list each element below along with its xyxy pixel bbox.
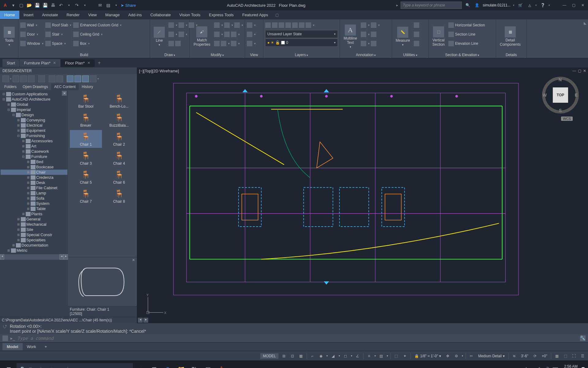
tree-node-table[interactable]: ⊞Table: [1, 206, 67, 211]
modify-row2[interactable]: ▾▾: [214, 30, 243, 39]
layer-icon-4[interactable]: [285, 22, 291, 28]
play-icon[interactable]: ▸: [396, 3, 398, 7]
close-icon[interactable]: ✕: [579, 2, 586, 9]
sb-elev[interactable]: 3'-6": [520, 354, 530, 358]
layer-icon-5[interactable]: [292, 22, 298, 28]
content-item-chair-5[interactable]: 🪑Chair 5: [70, 168, 102, 186]
pt-home[interactable]: [56, 75, 63, 82]
tree-node-desk[interactable]: ⊞Desk: [1, 180, 67, 185]
hscroll-left[interactable]: ◂: [138, 318, 143, 323]
tree-node-custom-applications[interactable]: ⊟Custom Applications: [1, 91, 67, 97]
ribbon-tab-express-tools[interactable]: Express Tools: [205, 11, 238, 19]
tree-node-general[interactable]: ⊞General: [1, 217, 67, 222]
content-item-bar-stool[interactable]: 🪑Bar Stool: [70, 92, 102, 110]
section-panel-title[interactable]: Section & Elevation: [431, 52, 494, 58]
tree-node-imperial[interactable]: ⊟Imperial: [1, 107, 67, 112]
tree-node-global[interactable]: ⊞Global: [1, 102, 67, 107]
content-item-chair-1[interactable]: 🪑Chair 1: [70, 130, 102, 148]
sb-full-icon[interactable]: ⛶: [571, 353, 577, 359]
canvas-max-icon[interactable]: ▢: [578, 69, 581, 73]
ribbon-tab-vision-tools[interactable]: Vision Tools: [175, 11, 205, 19]
pal-subtab-folders[interactable]: Folders: [1, 83, 20, 90]
tree-node-chair[interactable]: ⊞Chair: [1, 170, 67, 175]
taskview-icon[interactable]: ⊟: [148, 363, 160, 368]
tree-node-equipment[interactable]: ⊞Equipment: [1, 128, 67, 133]
tray-vol-icon[interactable]: 🔊: [545, 367, 549, 368]
util-row1[interactable]: [414, 21, 419, 29]
user-icon[interactable]: 👤: [473, 2, 480, 9]
cmd-expand-icon[interactable]: ⮍: [2, 324, 10, 334]
sb-rot[interactable]: +0": [541, 354, 548, 358]
modify-row1[interactable]: ▾▾▾: [214, 21, 243, 29]
wcs-label[interactable]: WCS: [561, 117, 573, 121]
modify-row3[interactable]: ▾▾: [214, 39, 243, 48]
edge-icon[interactable]: ◉: [162, 363, 173, 368]
menu-icon[interactable]: ▾: [10, 2, 17, 9]
content-item-chair-8[interactable]: 🪑Chair 8: [103, 187, 135, 205]
section-section-line[interactable]: Section Line: [448, 30, 485, 39]
new-icon[interactable]: ▢: [18, 2, 24, 9]
section-elevation-line[interactable]: Elevation Line: [448, 39, 485, 48]
pt-search[interactable]: [38, 75, 45, 82]
file-tab-start[interactable]: Start: [2, 59, 20, 67]
tree-node-art[interactable]: ⊞Art: [1, 144, 67, 149]
util-row3[interactable]: [414, 39, 419, 48]
content-item-chair-2[interactable]: 🪑Chair 2: [103, 130, 135, 148]
layout-tab-model[interactable]: Model: [2, 343, 23, 350]
command-input[interactable]: [17, 336, 578, 341]
tree-node-site[interactable]: ⊞Site: [1, 227, 67, 232]
tray-onedrive-icon[interactable]: ☁: [530, 367, 534, 368]
section-horizontal-section[interactable]: Horizontal Section: [448, 21, 485, 29]
ribbon-tab-view[interactable]: View: [84, 11, 101, 19]
ribbon-tab-home[interactable]: Home: [0, 11, 19, 19]
search-input[interactable]: Type a keyword or phrase: [401, 2, 462, 9]
tree-node-metric[interactable]: ⊞Metric: [1, 248, 67, 253]
ribbon-tab-insert[interactable]: Insert: [19, 11, 38, 19]
sb-giz-icon[interactable]: ✦: [402, 353, 408, 359]
tree-node-furniture[interactable]: ⊟Furniture: [1, 154, 67, 159]
view-row3[interactable]: ▾: [247, 39, 256, 48]
layout-tab-work[interactable]: Work: [23, 343, 40, 350]
detail-comp-button[interactable]: ▦Detail Components: [498, 21, 522, 52]
redo-icon[interactable]: ↷: [74, 2, 80, 9]
file-tab-close-icon[interactable]: ✕: [87, 61, 90, 65]
layer-icon-7[interactable]: [306, 22, 311, 28]
tree-node-plants[interactable]: ⊞Plants: [1, 211, 67, 217]
pt-views[interactable]: [90, 75, 96, 82]
canvas-close-icon[interactable]: ✕: [583, 69, 586, 73]
pt-back[interactable]: [13, 75, 19, 82]
tree-close-icon[interactable]: ✕: [62, 91, 67, 96]
help-icon[interactable]: ❔: [539, 2, 546, 9]
tree-node-documentation[interactable]: ⊞Documentation: [1, 243, 67, 248]
tree-node-special-constr[interactable]: ⊞Special Constr: [1, 232, 67, 237]
anno-row1[interactable]: ▾▾: [361, 21, 380, 29]
ribbon-tab-render[interactable]: Render: [62, 11, 84, 19]
sb-trans-icon[interactable]: ▤: [378, 353, 384, 359]
match-properties-button[interactable]: 🖌Match Properties: [192, 21, 212, 52]
layer-icon-2[interactable]: [272, 22, 277, 28]
sb-cog-icon[interactable]: ⚙: [453, 353, 459, 359]
cortana-icon[interactable]: ○: [135, 363, 146, 368]
layer-icon-3[interactable]: [279, 22, 284, 28]
sb-osnap-icon[interactable]: ◻: [342, 353, 349, 359]
anno-row3[interactable]: ▾: [361, 39, 380, 48]
pt-tree[interactable]: [67, 75, 74, 82]
doc-icon[interactable]: ▤: [105, 2, 111, 9]
draw-panel-title[interactable]: Draw: [152, 52, 188, 58]
sb-unit-icon[interactable]: ⬚: [562, 353, 568, 359]
tree-node-accessories[interactable]: ⊞Accessories: [1, 138, 67, 144]
maximize-icon[interactable]: ▢: [570, 2, 577, 9]
modify-panel-title[interactable]: Modify: [192, 52, 243, 58]
tree-node-credenza[interactable]: ⊞Credenza: [1, 175, 67, 180]
build-enhanced-custom-grid[interactable]: Enhanced Custom Grid▾: [73, 21, 122, 29]
layout-add-button[interactable]: +: [40, 343, 51, 350]
app-icon[interactable]: ◬: [526, 2, 533, 9]
content-item-breuer[interactable]: 🪑Breuer: [70, 111, 102, 129]
tree-node-sofa[interactable]: ⊞Sofa: [1, 196, 67, 201]
tools-button[interactable]: ▦Tools▾: [2, 21, 17, 52]
sb-polar-icon[interactable]: ◉: [318, 353, 324, 359]
ribbon-tab-collaborate[interactable]: Collaborate: [146, 11, 175, 19]
annotation-panel-title[interactable]: Annotation: [342, 52, 390, 58]
content-item-chair-4[interactable]: 🪑Chair 4: [103, 149, 135, 167]
tree-node-specialties[interactable]: ⊞Specialties: [1, 237, 67, 243]
